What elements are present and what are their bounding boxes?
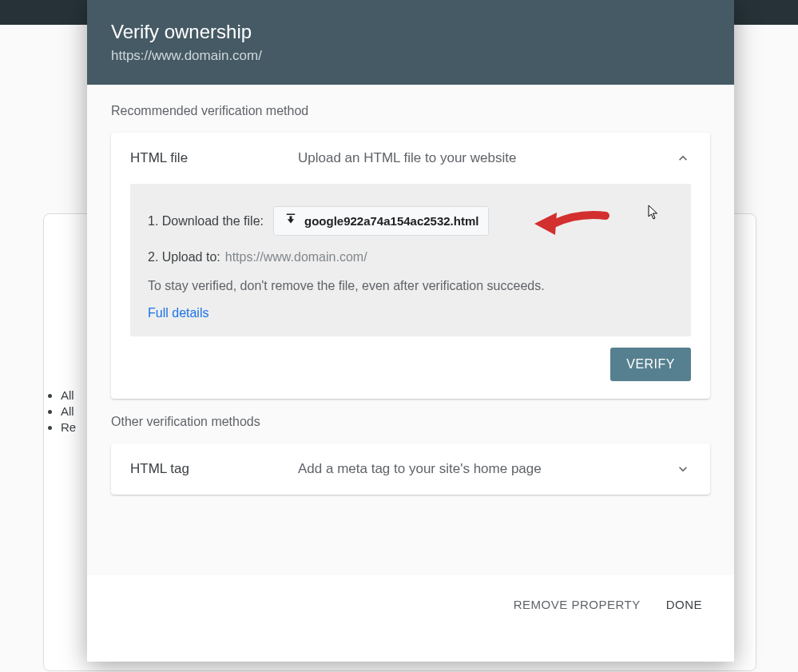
verification-steps: 1. Download the file: google922a74a154ac…	[130, 184, 691, 336]
html-tag-card-header[interactable]: HTML tag Add a meta tag to your site's h…	[111, 443, 710, 495]
stay-verified-note: To stay verified, don't remove the file,…	[148, 279, 673, 293]
step-download: 1. Download the file: google922a74a154ac…	[148, 206, 673, 236]
list-item: All	[61, 404, 76, 418]
chevron-up-icon	[675, 150, 691, 166]
step-upload-target: https://www.domain.com/	[225, 250, 367, 264]
html-tag-card: HTML tag Add a meta tag to your site's h…	[111, 443, 710, 495]
verify-row: VERIFY	[111, 336, 710, 399]
done-button[interactable]: DONE	[666, 598, 702, 611]
remove-property-button[interactable]: REMOVE PROPERTY	[514, 598, 641, 611]
dialog-subtitle: https://www.domain.com/	[111, 48, 710, 64]
list-item: All	[61, 388, 76, 402]
dialog-title: Verify ownership	[111, 21, 710, 43]
download-file-button[interactable]: google922a74a154ac2532.html	[273, 206, 489, 236]
background-list: All All Re	[61, 386, 76, 436]
download-filename: google922a74a154ac2532.html	[304, 214, 478, 228]
dialog-body[interactable]: Recommended verification method HTML fil…	[87, 85, 734, 575]
verify-ownership-dialog: Verify ownership https://www.domain.com/…	[87, 0, 734, 662]
recommended-method-label: Recommended verification method	[111, 104, 710, 118]
html-file-card-header[interactable]: HTML file Upload an HTML file to your we…	[111, 133, 710, 184]
card-description: Add a meta tag to your site's home page	[298, 461, 675, 477]
card-title: HTML tag	[130, 461, 298, 477]
list-item: Re	[61, 420, 76, 434]
dialog-header: Verify ownership https://www.domain.com/	[87, 0, 734, 85]
verify-button[interactable]: VERIFY	[610, 348, 691, 381]
step-upload: 2. Upload to: https://www.domain.com/	[148, 250, 673, 264]
other-methods-label: Other verification methods	[111, 415, 710, 429]
step-download-label: 1. Download the file:	[148, 214, 264, 229]
download-icon	[284, 213, 298, 229]
chevron-down-icon	[675, 461, 691, 477]
html-file-card: HTML file Upload an HTML file to your we…	[111, 133, 710, 399]
full-details-link[interactable]: Full details	[148, 306, 673, 320]
card-title: HTML file	[130, 150, 298, 166]
dialog-footer: REMOVE PROPERTY DONE	[87, 575, 734, 633]
card-description: Upload an HTML file to your website	[298, 150, 675, 166]
step-upload-label: 2. Upload to:	[148, 250, 220, 264]
